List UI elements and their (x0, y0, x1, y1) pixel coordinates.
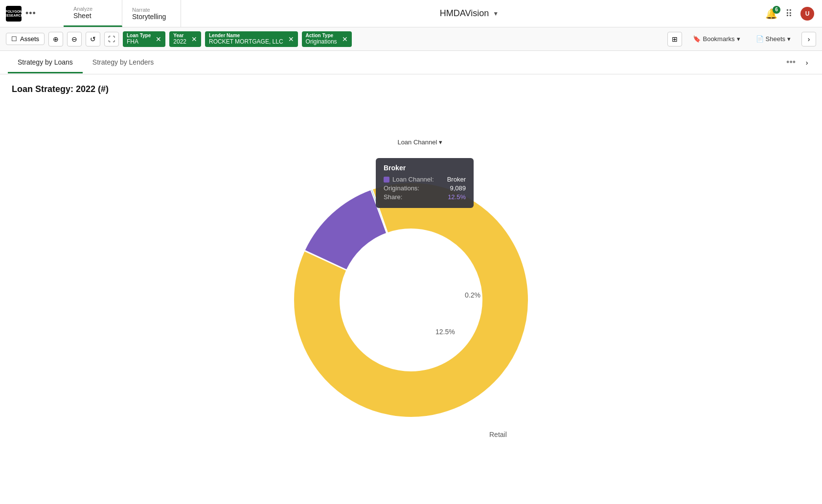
checkbox-icon: ☐ (11, 35, 17, 43)
filter-lender-name: Lender Name ROCKET MORTGAGE, LLC ✕ (205, 31, 298, 47)
filter-action-close[interactable]: ✕ (342, 35, 348, 43)
loan-channel-button[interactable]: Loan Channel ▾ (397, 138, 442, 146)
assets-button[interactable]: ☐ Assets (6, 33, 45, 45)
filter-action-value: Originations (306, 38, 337, 45)
bookmarks-button[interactable]: 🔖 Bookmarks ▾ (688, 33, 745, 45)
sheets-label: Sheets (766, 35, 785, 43)
main-content: Loan Strategy: 2022 (#) Loan Channel ▾ B… (0, 74, 822, 504)
expand-button[interactable]: ⛶ (104, 32, 119, 46)
logo-text: POLYGON RESEARCH (4, 10, 23, 17)
expand-right-button[interactable]: › (799, 55, 814, 70)
label-retail-name: Retail (489, 431, 507, 438)
search-zoom-icon: ⊕ (53, 35, 59, 43)
label-nondel-pct: 0.2% (465, 291, 480, 299)
tooltip-row-0: Loan Channel: Broker (384, 176, 466, 183)
label-broker-pct: 12.5% (435, 328, 455, 336)
tab-analyze-label: Analyze (73, 6, 112, 12)
donut-chart-group[interactable] (294, 183, 528, 417)
sheet-tabs-row: Strategy by Loans Strategy by Lenders ••… (0, 51, 822, 74)
collapse-button[interactable]: › (801, 32, 816, 46)
grid-view-button[interactable]: ⊞ (667, 32, 682, 46)
tooltip-label-0: Loan Channel: (384, 176, 434, 183)
filter-year-title: Year (173, 33, 186, 38)
filter-year: Year 2022 ✕ (169, 31, 201, 47)
zoom-out-button[interactable]: ⊖ (67, 32, 82, 46)
chevron-right-icon: › (808, 35, 810, 43)
tab-analyze-title: Sheet (73, 12, 112, 20)
loan-channel-arrow: ▾ (439, 138, 442, 146)
logo-icon: POLYGON RESEARCH (6, 6, 22, 22)
reset-button[interactable]: ↺ (86, 32, 100, 46)
assets-label: Assets (20, 35, 39, 43)
sheets-icon: 📄 (756, 35, 764, 43)
tooltip-value-1: 9,089 (450, 184, 466, 192)
tab-strategy-loans-label: Strategy by Loans (18, 58, 73, 66)
app-title: HMDAVision ▼ (181, 0, 757, 27)
avatar-initials: U (805, 10, 810, 17)
tooltip: Broker Loan Channel: Broker Originations… (376, 158, 474, 208)
filter-loan-type-value: FHA (127, 38, 151, 45)
loan-channel-label: Loan Channel (397, 138, 437, 146)
grid-icon[interactable]: ⠿ (785, 8, 793, 20)
tab-more-button[interactable]: ••• (786, 57, 796, 68)
sheets-arrow: ▾ (787, 35, 791, 43)
tooltip-value-2: 12.5% (448, 193, 466, 201)
search-minus-icon: ⊖ (71, 35, 77, 43)
filter-action-title: Action Type (306, 33, 337, 38)
tooltip-value-0: Broker (447, 176, 466, 183)
filter-loan-type-title: Loan Type (127, 33, 151, 38)
chart-area: Loan Channel ▾ Broker Loan Channel: Brok… (12, 104, 810, 496)
filter-lender-close[interactable]: ✕ (288, 35, 294, 43)
more-menu-button[interactable]: ••• (25, 8, 36, 19)
tooltip-color-broker (384, 177, 389, 183)
filter-bar: ☐ Assets ⊕ ⊖ ↺ ⛶ Loan Type FHA ✕ Year 20… (0, 27, 822, 51)
tab-analyze[interactable]: Analyze Sheet (64, 0, 122, 27)
donut-chart-container: Loan Channel ▾ Broker Loan Channel: Brok… (264, 153, 558, 447)
filter-year-value: 2022 (173, 38, 186, 45)
filter-loan-type-close[interactable]: ✕ (156, 35, 161, 43)
app-title-text: HMDAVision (440, 8, 489, 19)
tooltip-row-2: Share: 12.5% (384, 193, 466, 201)
bookmarks-label: Bookmarks (703, 35, 734, 43)
tab-strategy-lenders-label: Strategy by Lenders (92, 58, 154, 66)
tab-narrate-label: Narrate (132, 7, 171, 13)
filter-action-type: Action Type Originations ✕ (302, 31, 352, 47)
bookmarks-arrow: ▾ (737, 35, 740, 43)
tooltip-row-1: Originations: 9,089 (384, 184, 466, 192)
notification-count: 6 (773, 6, 780, 14)
filter-lender-value: ROCKET MORTGAGE, LLC (209, 38, 283, 45)
user-avatar[interactable]: U (800, 7, 814, 21)
top-right-actions: 🔔 6 ⠿ U (757, 0, 822, 27)
refresh-icon: ↺ (90, 35, 96, 43)
right-toolbar: ⊞ 🔖 Bookmarks ▾ 📄 Sheets ▾ › (667, 32, 816, 46)
filter-year-close[interactable]: ✕ (191, 35, 197, 43)
grid-view-icon: ⊞ (672, 35, 678, 43)
tooltip-title: Broker (384, 164, 466, 172)
expand-icon: ⛶ (108, 35, 115, 43)
sheets-button[interactable]: 📄 Sheets ▾ (751, 33, 796, 45)
tooltip-label-2: Share: (384, 193, 402, 201)
tab-narrate[interactable]: Narrate Storytelling (122, 0, 181, 27)
tooltip-label-1: Originations: (384, 184, 419, 192)
bookmark-icon: 🔖 (693, 35, 701, 43)
nav-tabs: Analyze Sheet Narrate Storytelling (64, 0, 181, 27)
top-bar: POLYGON RESEARCH ••• Analyze Sheet Narra… (0, 0, 822, 27)
tab-strategy-by-loans[interactable]: Strategy by Loans (8, 52, 83, 73)
filter-loan-type: Loan Type FHA ✕ (123, 31, 165, 47)
zoom-in-button[interactable]: ⊕ (48, 32, 63, 46)
filter-lender-title: Lender Name (209, 33, 283, 38)
chevron-right-icon-2: › (806, 59, 808, 67)
logo-area: POLYGON RESEARCH ••• (0, 0, 64, 27)
tab-strategy-by-lenders[interactable]: Strategy by Lenders (83, 52, 163, 73)
chart-title: Loan Strategy: 2022 (#) (12, 84, 810, 94)
tab-narrate-title: Storytelling (132, 13, 171, 21)
notifications-button[interactable]: 🔔 6 (765, 8, 777, 20)
title-dropdown-arrow[interactable]: ▼ (493, 10, 499, 17)
